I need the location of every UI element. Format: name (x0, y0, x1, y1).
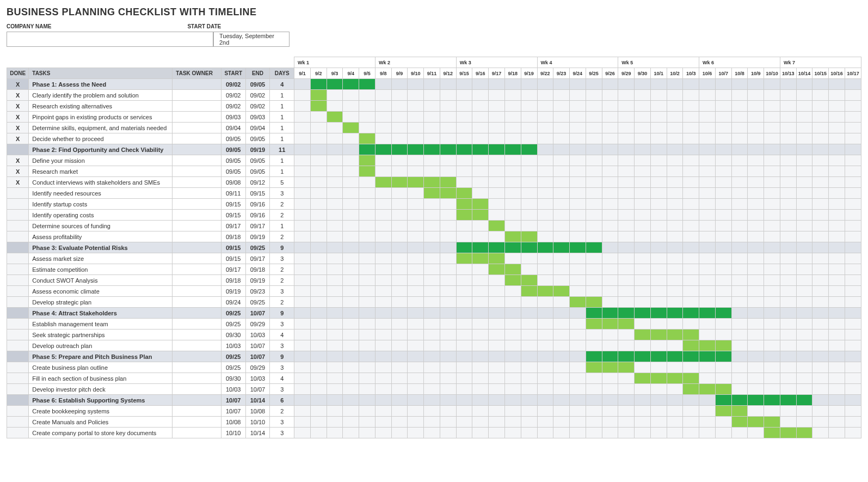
cell-done[interactable] (7, 221, 29, 231)
cell-task[interactable]: Define your mission (29, 155, 173, 166)
cell-end[interactable]: 10/07 (245, 351, 270, 362)
cell-end[interactable]: 09/15 (245, 188, 270, 199)
cell-done[interactable] (7, 210, 29, 221)
cell-owner[interactable] (173, 253, 221, 264)
cell-days[interactable]: 3 (270, 286, 294, 297)
cell-end[interactable]: 09/25 (245, 242, 270, 253)
cell-done[interactable]: X (7, 155, 29, 166)
cell-start[interactable]: 09/08 (221, 177, 245, 188)
cell-done[interactable] (7, 144, 29, 155)
cell-start[interactable]: 09/18 (221, 231, 245, 242)
cell-days[interactable]: 2 (270, 210, 294, 221)
cell-done[interactable] (7, 319, 29, 330)
cell-done[interactable] (7, 286, 29, 297)
cell-task[interactable]: Create business plan outline (29, 362, 173, 373)
cell-end[interactable]: 10/10 (245, 417, 270, 428)
cell-end[interactable]: 09/03 (245, 112, 270, 123)
cell-start[interactable]: 09/17 (221, 264, 245, 275)
cell-task[interactable]: Phase 6: Establish Supporting Systems (29, 395, 173, 406)
cell-task[interactable]: Decide whether to proceed (29, 133, 173, 144)
cell-days[interactable]: 1 (270, 90, 294, 101)
cell-owner[interactable] (173, 340, 221, 351)
cell-done[interactable] (7, 362, 29, 373)
cell-task[interactable]: Establish management team (29, 319, 173, 330)
cell-owner[interactable] (173, 362, 221, 373)
cell-task[interactable]: Identify needed resources (29, 188, 173, 199)
cell-start[interactable]: 09/15 (221, 199, 245, 210)
cell-task[interactable]: Assess market size (29, 253, 173, 264)
cell-owner[interactable] (173, 188, 221, 199)
cell-done[interactable] (7, 188, 29, 199)
cell-task[interactable]: Estimate competition (29, 264, 173, 275)
cell-start[interactable]: 09/25 (221, 362, 245, 373)
cell-task[interactable]: Phase 5: Prepare and Pitch Business Plan (29, 351, 173, 362)
cell-start[interactable]: 09/03 (221, 112, 245, 123)
cell-end[interactable]: 09/29 (245, 319, 270, 330)
cell-end[interactable]: 10/14 (245, 395, 270, 406)
start-date-input[interactable]: Tuesday, September 2nd (213, 32, 290, 47)
cell-end[interactable]: 09/17 (245, 253, 270, 264)
cell-start[interactable]: 09/02 (221, 101, 245, 112)
cell-end[interactable]: 09/16 (245, 210, 270, 221)
cell-task[interactable]: Create company portal to store key docum… (29, 428, 173, 438)
cell-done[interactable] (7, 275, 29, 286)
cell-days[interactable]: 4 (270, 330, 294, 340)
cell-end[interactable]: 09/05 (245, 133, 270, 144)
cell-start[interactable]: 10/03 (221, 384, 245, 395)
cell-days[interactable]: 2 (270, 297, 294, 308)
cell-start[interactable]: 09/05 (221, 155, 245, 166)
cell-start[interactable]: 09/17 (221, 221, 245, 231)
cell-end[interactable]: 09/25 (245, 297, 270, 308)
cell-done[interactable] (7, 384, 29, 395)
cell-days[interactable]: 2 (270, 199, 294, 210)
cell-owner[interactable] (173, 101, 221, 112)
cell-start[interactable]: 09/19 (221, 286, 245, 297)
cell-owner[interactable] (173, 231, 221, 242)
cell-end[interactable]: 09/19 (245, 275, 270, 286)
cell-owner[interactable] (173, 133, 221, 144)
cell-end[interactable]: 10/08 (245, 406, 270, 417)
cell-end[interactable]: 10/07 (245, 308, 270, 319)
cell-end[interactable]: 10/03 (245, 373, 270, 384)
cell-owner[interactable] (173, 155, 221, 166)
cell-done[interactable]: X (7, 177, 29, 188)
cell-task[interactable]: Develop investor pitch deck (29, 384, 173, 395)
cell-done[interactable] (7, 264, 29, 275)
cell-done[interactable] (7, 406, 29, 417)
cell-owner[interactable] (173, 242, 221, 253)
cell-task[interactable]: Identify operating costs (29, 210, 173, 221)
cell-start[interactable]: 09/24 (221, 297, 245, 308)
cell-task[interactable]: Fill in each section of business plan (29, 373, 173, 384)
cell-start[interactable]: 09/15 (221, 253, 245, 264)
cell-task[interactable]: Research existing alternatives (29, 101, 173, 112)
cell-end[interactable]: 09/12 (245, 177, 270, 188)
cell-done[interactable]: X (7, 112, 29, 123)
cell-done[interactable] (7, 297, 29, 308)
cell-days[interactable]: 9 (270, 351, 294, 362)
cell-done[interactable] (7, 199, 29, 210)
cell-days[interactable]: 3 (270, 362, 294, 373)
company-name-input[interactable] (7, 32, 213, 47)
cell-owner[interactable] (173, 275, 221, 286)
cell-days[interactable]: 11 (270, 144, 294, 155)
cell-task[interactable]: Determine sources of funding (29, 221, 173, 231)
cell-owner[interactable] (173, 264, 221, 275)
cell-task[interactable]: Assess profitability (29, 231, 173, 242)
cell-days[interactable]: 4 (270, 373, 294, 384)
cell-days[interactable]: 1 (270, 133, 294, 144)
cell-start[interactable]: 09/25 (221, 351, 245, 362)
cell-owner[interactable] (173, 351, 221, 362)
cell-days[interactable]: 2 (270, 264, 294, 275)
cell-days[interactable]: 9 (270, 308, 294, 319)
cell-end[interactable]: 09/19 (245, 144, 270, 155)
cell-task[interactable]: Phase 2: Find Opportunity and Check Viab… (29, 144, 173, 155)
cell-done[interactable] (7, 231, 29, 242)
cell-end[interactable]: 09/29 (245, 362, 270, 373)
cell-owner[interactable] (173, 177, 221, 188)
cell-days[interactable]: 4 (270, 79, 294, 90)
cell-start[interactable]: 10/03 (221, 340, 245, 351)
cell-end[interactable]: 09/05 (245, 166, 270, 177)
cell-task[interactable]: Conduct SWOT Analysis (29, 275, 173, 286)
cell-end[interactable]: 09/02 (245, 90, 270, 101)
cell-end[interactable]: 10/14 (245, 428, 270, 438)
